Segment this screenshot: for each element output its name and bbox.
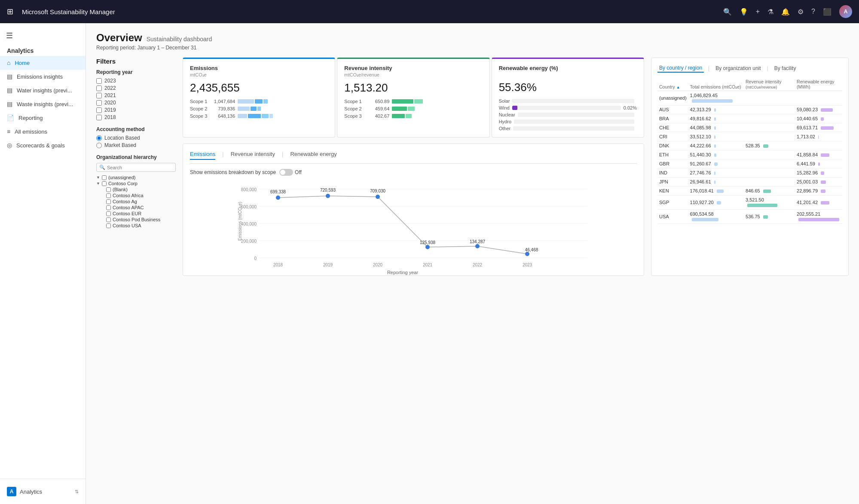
scope-toggle[interactable]: Off bbox=[279, 169, 302, 176]
tree-checkbox-ag[interactable] bbox=[106, 199, 111, 204]
sidebar-item-all-emissions[interactable]: ≡ All emissions bbox=[0, 125, 86, 138]
tree-checkbox-corp[interactable] bbox=[102, 181, 107, 186]
settings-icon[interactable]: ⚙ bbox=[798, 8, 804, 16]
rev-scope2-bar-seg1 bbox=[392, 107, 407, 111]
sidebar-bottom-analytics[interactable]: A Analytics ⇅ bbox=[0, 483, 86, 500]
renewable-cell: 69,613.71 bbox=[795, 123, 842, 132]
year-2018[interactable]: 2018 bbox=[96, 114, 176, 120]
waffle-icon[interactable]: ⊞ bbox=[7, 7, 13, 16]
tree-item-contoso-corp[interactable]: ▼ Contoso Corp bbox=[96, 180, 176, 186]
content-area: Overview Sustainability dashboard Report… bbox=[86, 23, 859, 504]
sidebar-label-scorecards: Scorecards & goals bbox=[16, 142, 65, 149]
col-emissions[interactable]: Total emissions (mtCO₂e) bbox=[688, 78, 744, 91]
rev-scope1-bar-seg1 bbox=[392, 99, 413, 104]
tree-checkbox-africa[interactable] bbox=[106, 193, 111, 198]
solar-bar bbox=[512, 99, 634, 103]
renewable-cell bbox=[795, 141, 842, 150]
rp-tab-facility[interactable]: By facility bbox=[773, 64, 798, 72]
year-checkbox-2020[interactable] bbox=[96, 100, 102, 106]
renewable-cell: 22,896.79 bbox=[795, 186, 842, 195]
sidebar-item-reporting[interactable]: 📄 Reporting bbox=[0, 111, 86, 125]
tree-item-pod[interactable]: ▶ Contoso Pod Business bbox=[96, 217, 176, 223]
location-based-label: Location Based bbox=[104, 135, 140, 141]
chevron-icon[interactable]: ▼ bbox=[96, 175, 100, 180]
toggle-thumb bbox=[280, 170, 285, 175]
layout-icon[interactable]: ⬛ bbox=[823, 8, 831, 16]
tree-item-africa[interactable]: ▶ Contoso Africa bbox=[96, 192, 176, 199]
year-2020[interactable]: 2020 bbox=[96, 100, 176, 106]
renewable-card-title: Renewable energy (%) bbox=[499, 65, 637, 71]
wind-label: Wind bbox=[499, 105, 510, 110]
year-checkbox-2018[interactable] bbox=[96, 115, 102, 120]
year-checkbox-2019[interactable] bbox=[96, 107, 102, 113]
tree-checkbox-apac[interactable] bbox=[106, 205, 111, 210]
col-country[interactable]: Country ▲ bbox=[657, 78, 688, 91]
year-label-2018: 2018 bbox=[104, 114, 116, 120]
help-icon[interactable]: ? bbox=[811, 8, 815, 15]
sidebar-item-scorecards[interactable]: ◎ Scorecards & goals bbox=[0, 138, 86, 152]
revenue-card: Revenue intensity mtCO₂e/revenue 1,513.2… bbox=[337, 58, 489, 137]
toggle-track[interactable] bbox=[279, 169, 293, 176]
sidebar-item-emissions-insights[interactable]: ▤ Emissions insights bbox=[0, 70, 86, 83]
country-cell: ETH bbox=[657, 150, 688, 159]
rp-tab-country[interactable]: By country / region bbox=[657, 64, 704, 73]
tab-emissions[interactable]: Emissions bbox=[190, 151, 215, 160]
x-label-2023: 2023 bbox=[523, 263, 532, 267]
hamburger-icon[interactable]: ☰ bbox=[0, 27, 86, 44]
renewable-cell: 10,440.65 bbox=[795, 114, 842, 123]
tree-checkbox-pod[interactable] bbox=[106, 217, 111, 222]
lightbulb-icon[interactable]: 💡 bbox=[740, 8, 748, 16]
tree-checkbox-unassigned[interactable] bbox=[102, 175, 107, 180]
year-checkbox-2022[interactable] bbox=[96, 86, 102, 91]
market-based-radio[interactable] bbox=[96, 143, 102, 148]
sidebar-bottom-arrow[interactable]: ⇅ bbox=[75, 489, 79, 495]
solar-label: Solar bbox=[499, 98, 510, 104]
tab-revenue-intensity[interactable]: Revenue intensity bbox=[231, 151, 275, 160]
org-search-input[interactable] bbox=[107, 165, 173, 170]
page-title: Overview bbox=[96, 32, 142, 44]
toggle-state-label: Off bbox=[295, 169, 302, 175]
year-2019[interactable]: 2019 bbox=[96, 107, 176, 113]
year-2022[interactable]: 2022 bbox=[96, 85, 176, 91]
filter-icon[interactable]: ⚗ bbox=[767, 8, 773, 16]
location-based-radio[interactable] bbox=[96, 135, 102, 141]
year-label-2023: 2023 bbox=[104, 78, 116, 84]
sidebar-item-waste-insights[interactable]: ▤ Waste insights (previ... bbox=[0, 97, 86, 111]
tree-item-usa[interactable]: ▶ Contoso USA bbox=[96, 223, 176, 229]
sidebar-item-water-insights[interactable]: ▤ Water insights (previ... bbox=[0, 83, 86, 97]
rev-scope2-label: Scope 2 bbox=[344, 106, 366, 111]
sidebar-item-home[interactable]: ⌂ Home bbox=[0, 56, 86, 70]
tree-item-apac[interactable]: ▶ Contoso APAC bbox=[96, 205, 176, 211]
tree-item-ag[interactable]: ▶ Contoso Ag bbox=[96, 199, 176, 205]
chevron-icon-corp[interactable]: ▼ bbox=[96, 181, 100, 186]
tree-item-blank[interactable]: ▶ (Blank) bbox=[96, 186, 176, 192]
year-checkbox-2023[interactable] bbox=[96, 78, 102, 84]
market-based-option[interactable]: Market Based bbox=[96, 142, 176, 148]
add-icon[interactable]: + bbox=[756, 8, 760, 15]
rp-tab-org[interactable]: By organization unit bbox=[714, 64, 762, 72]
dp-2018 bbox=[276, 195, 280, 200]
search-icon[interactable]: 🔍 bbox=[723, 8, 732, 16]
year-2021[interactable]: 2021 bbox=[96, 92, 176, 98]
year-2023[interactable]: 2023 bbox=[96, 78, 176, 84]
tree-checkbox-blank[interactable] bbox=[106, 187, 111, 192]
tree-checkbox-usa[interactable] bbox=[106, 223, 111, 228]
tab-renewable-energy[interactable]: Renewable energy bbox=[290, 151, 336, 160]
revenue-cell: 846.65 bbox=[744, 186, 795, 195]
country-cell: KEN bbox=[657, 186, 688, 195]
tree-checkbox-eur[interactable] bbox=[106, 211, 111, 216]
filters-title: Filters bbox=[96, 58, 176, 65]
avatar[interactable]: A bbox=[839, 5, 852, 18]
renewable-solar: Solar bbox=[499, 98, 637, 104]
location-based-option[interactable]: Location Based bbox=[96, 135, 176, 141]
year-checkbox-2021[interactable] bbox=[96, 93, 102, 98]
col-renewable[interactable]: Renewable energy (MWh) bbox=[795, 78, 842, 91]
renewable-cell: 1,713.02 bbox=[795, 132, 842, 141]
tree-item-unassigned[interactable]: ▼ (unassigned) bbox=[96, 174, 176, 180]
tree-item-eur[interactable]: ▶ Contoso EUR bbox=[96, 211, 176, 217]
org-search-box[interactable]: 🔍 bbox=[96, 163, 176, 172]
notification-icon[interactable]: 🔔 bbox=[781, 8, 790, 16]
bottom-tabs: Emissions | Revenue intensity | Renewabl… bbox=[190, 151, 637, 164]
scope1-bar-seg2 bbox=[255, 99, 263, 104]
col-revenue[interactable]: Revenue intensity(mtCO₂e/revenue) bbox=[744, 78, 795, 91]
